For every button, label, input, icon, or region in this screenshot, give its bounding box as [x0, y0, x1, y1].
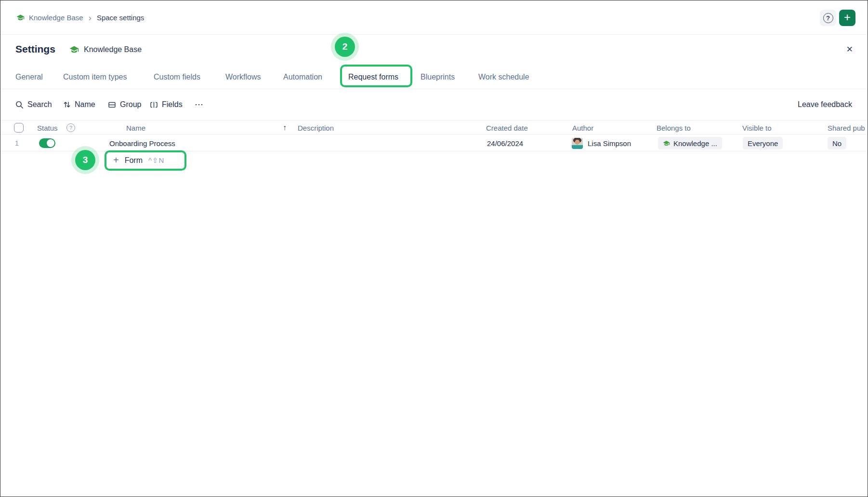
- row-number: 1: [15, 135, 19, 151]
- space-tag: Knowledge Base: [69, 45, 142, 54]
- keyboard-shortcut: ^⇧N: [148, 156, 164, 165]
- breadcrumb-current-page: Space settings: [97, 13, 144, 22]
- tab-custom-item-types[interactable]: Custom item types: [63, 65, 127, 89]
- column-header-shared-public[interactable]: Shared pub: [828, 121, 865, 135]
- annotation-step-number: 2: [335, 37, 355, 57]
- column-header-name[interactable]: Name: [126, 121, 145, 135]
- space-name-label: Knowledge Base: [84, 45, 142, 54]
- author-cell: Lisa Simpson: [572, 135, 631, 151]
- add-button[interactable]: +: [839, 10, 855, 26]
- add-form-button[interactable]: + Form ^⇧N: [108, 153, 169, 168]
- settings-header: Settings Knowledge Base ✕: [0, 35, 868, 65]
- leave-feedback-label: Leave feedback: [798, 100, 852, 109]
- search-label: Search: [27, 100, 52, 109]
- visible-to-cell: Everyone: [743, 135, 783, 151]
- tab-general[interactable]: General: [15, 65, 43, 89]
- belongs-to-badge[interactable]: Knowledge ...: [658, 137, 722, 149]
- shared-public-label: No: [832, 139, 842, 148]
- sort-ascending-icon[interactable]: ↑: [283, 121, 287, 135]
- checkbox-icon: [14, 123, 24, 133]
- annotation-step-badge-2: 2: [331, 33, 359, 61]
- avatar: [572, 138, 583, 149]
- leave-feedback-button[interactable]: Leave feedback: [798, 89, 852, 120]
- ellipsis-icon: ⋯: [195, 99, 204, 110]
- created-date-cell: 24/06/2024: [487, 135, 523, 151]
- space-settings-page: Knowledge Base › Space settings ? + Sett…: [0, 0, 868, 497]
- belongs-to-label: Knowledge ...: [673, 139, 717, 148]
- page-title: Settings: [15, 43, 55, 55]
- question-mark-icon: ?: [823, 13, 833, 23]
- column-header-description[interactable]: Description: [298, 121, 334, 135]
- add-form-label: Form: [125, 156, 143, 165]
- fields-label: Fields: [162, 100, 183, 109]
- annotation-step-badge-3: 3: [71, 146, 99, 174]
- close-icon[interactable]: ✕: [846, 44, 853, 54]
- tab-work-schedule[interactable]: Work schedule: [478, 65, 529, 89]
- column-header-author[interactable]: Author: [572, 121, 593, 135]
- group-label: Group: [120, 100, 141, 109]
- breadcrumb-space-link[interactable]: Knowledge Base: [16, 13, 83, 22]
- list-toolbar: Search Name Group Fields ⋯ Leave feedbac…: [0, 89, 868, 120]
- author-name: Lisa Simpson: [588, 139, 631, 148]
- graduation-cap-icon: [69, 45, 79, 54]
- breadcrumb: Knowledge Base › Space settings: [16, 0, 144, 35]
- search-button[interactable]: Search: [15, 89, 52, 120]
- topbar-actions: ? +: [820, 10, 855, 26]
- form-name-cell[interactable]: Onboarding Process: [109, 135, 175, 151]
- graduation-cap-icon: [16, 13, 25, 22]
- tab-automation[interactable]: Automation: [283, 65, 322, 89]
- search-icon: [15, 101, 24, 109]
- annotation-step-number: 3: [75, 150, 95, 170]
- fields-button[interactable]: Fields: [150, 89, 183, 120]
- tab-blueprints[interactable]: Blueprints: [421, 65, 455, 89]
- table-header-row: Status ? Name ↑ Description Created date…: [0, 120, 868, 134]
- question-mark-icon: ?: [66, 123, 75, 132]
- breadcrumb-chevron-icon: ›: [88, 13, 92, 22]
- shared-public-cell: No: [828, 135, 846, 151]
- table-row[interactable]: 1 Onboarding Process 24/06/2024 Lisa Sim…: [0, 135, 868, 151]
- plus-icon: +: [844, 12, 851, 23]
- help-button[interactable]: ?: [820, 10, 836, 26]
- visible-to-label: Everyone: [748, 139, 778, 148]
- column-header-belongs-to[interactable]: Belongs to: [657, 121, 691, 135]
- sort-arrows-icon: [63, 101, 71, 108]
- more-options-button[interactable]: ⋯: [195, 89, 204, 120]
- visible-to-badge: Everyone: [743, 137, 783, 149]
- tab-request-forms[interactable]: Request forms: [348, 65, 398, 89]
- status-toggle[interactable]: [39, 135, 55, 151]
- status-help-button[interactable]: ?: [66, 121, 75, 135]
- plus-icon: +: [113, 155, 119, 165]
- tab-workflows[interactable]: Workflows: [225, 65, 261, 89]
- sort-label: Name: [75, 100, 95, 109]
- settings-tabs: General Custom item types Custom fields …: [0, 65, 868, 89]
- select-all-checkbox[interactable]: [14, 121, 24, 135]
- column-header-visible-to[interactable]: Visible to: [742, 121, 772, 135]
- column-header-created-date[interactable]: Created date: [486, 121, 528, 135]
- breadcrumb-space-label: Knowledge Base: [29, 13, 83, 22]
- tab-custom-fields[interactable]: Custom fields: [154, 65, 200, 89]
- group-icon: [108, 101, 116, 109]
- graduation-cap-icon: [663, 140, 670, 147]
- sort-button[interactable]: Name: [63, 89, 95, 120]
- group-button[interactable]: Group: [108, 89, 141, 120]
- shared-public-badge: No: [828, 137, 846, 149]
- belongs-to-cell[interactable]: Knowledge ...: [658, 135, 722, 151]
- toggle-on-icon: [39, 138, 55, 148]
- column-header-status[interactable]: Status: [37, 121, 58, 135]
- fields-columns-icon: [150, 101, 158, 109]
- top-bar: Knowledge Base › Space settings ? +: [0, 0, 868, 35]
